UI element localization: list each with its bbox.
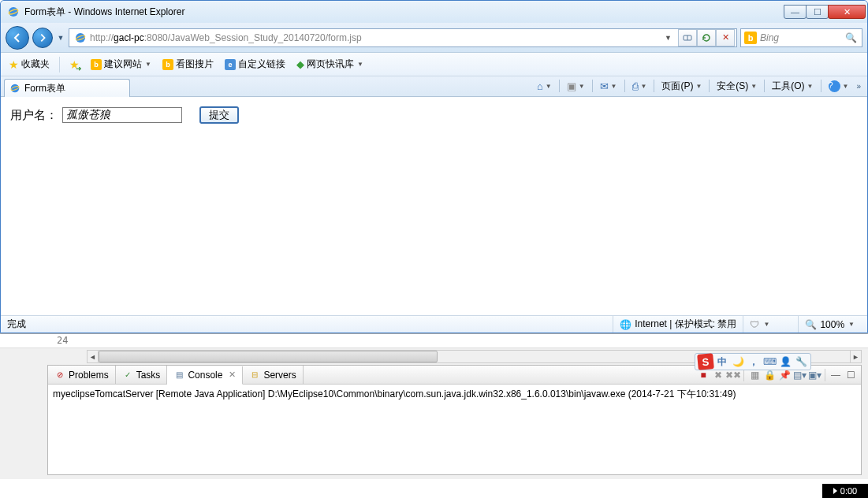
tab-title: Form表单 <box>24 82 65 95</box>
eclipse-views-panel: ⊘ Problems ✓ Tasks ▤ Console ✕ ⊟ Servers… <box>47 365 862 475</box>
zoom-value: 100% <box>820 319 844 330</box>
status-zone[interactable]: 🌐 Internet | 保护模式: 禁用 <box>613 316 743 333</box>
window-title: Form表单 - Windows Internet Explorer <box>24 6 184 19</box>
tasks-icon: ✓ <box>122 370 133 381</box>
minimize-view-button[interactable]: — <box>829 368 843 382</box>
scroll-right-arrow[interactable]: ► <box>850 351 861 362</box>
refresh-button[interactable] <box>697 29 716 46</box>
favorites-button[interactable]: ★ 收藏夹 <box>6 56 53 72</box>
zone-text: Internet | 保护模式: 禁用 <box>635 318 736 331</box>
ime-softkbd-icon[interactable]: ⌨ <box>762 355 777 369</box>
mail-button[interactable]: ✉▼ <box>597 78 620 94</box>
tab-servers[interactable]: ⊟ Servers <box>243 366 303 384</box>
fav-label: 建议网站 <box>104 58 142 71</box>
nav-history-dropdown[interactable]: ▼ <box>56 34 65 42</box>
fav-label: 网页快讯库 <box>307 58 354 71</box>
ime-settings-icon[interactable]: 🔧 <box>794 355 808 369</box>
ime-moon-icon[interactable]: 🌙 <box>731 355 745 369</box>
servers-icon: ⊟ <box>249 370 260 381</box>
home-icon: ⌂ <box>537 80 543 92</box>
zoom-control[interactable]: 🔍 100% ▼ <box>798 316 861 333</box>
fav-label: 自定义链接 <box>238 58 285 71</box>
fav-link-suggested[interactable]: b 建议网站 ▼ <box>88 56 155 72</box>
titlebar[interactable]: Form表单 - Windows Internet Explorer — ☐ ✕ <box>1 1 867 23</box>
tab-problems[interactable]: ⊘ Problems <box>48 366 116 384</box>
safety-menu-label: 安全(S) <box>717 80 748 93</box>
window-controls: — ☐ ✕ <box>784 5 866 19</box>
search-button[interactable]: 🔍 <box>843 32 859 43</box>
timer-value: 0:00 <box>840 486 857 496</box>
fav-label: 看图搜片 <box>176 58 214 71</box>
tab-label: Console <box>188 370 222 381</box>
fav-link-custom[interactable]: e 自定义链接 <box>222 56 289 72</box>
separator <box>59 57 60 72</box>
favorites-label: 收藏夹 <box>21 58 50 71</box>
favorites-bar: ★ 收藏夹 ★➜ b 建议网站 ▼ b 看图搜片 e 自定义链接 ◆ 网页快讯库… <box>1 53 867 76</box>
maximize-button[interactable]: ☐ <box>806 5 829 19</box>
page-menu[interactable]: 页面(P)▼ <box>658 78 705 94</box>
ie-small-icon: e <box>225 59 236 70</box>
site-icon: b <box>91 59 102 70</box>
address-text[interactable]: http://gacl-pc:8080/JavaWeb_Session_Stud… <box>90 32 661 43</box>
tab-label: Servers <box>263 370 296 381</box>
home-button[interactable]: ⌂▼ <box>534 78 555 94</box>
tools-menu[interactable]: 工具(O)▼ <box>769 78 816 94</box>
ie-small-icon <box>9 83 20 94</box>
print-button[interactable]: ⎙▼ <box>629 78 650 94</box>
page-content: 用户名： 提交 <box>1 97 867 300</box>
webslice-icon: ◆ <box>296 58 304 70</box>
minimize-button[interactable]: — <box>784 5 807 19</box>
fav-link-image-search[interactable]: b 看图搜片 <box>159 56 217 72</box>
safety-menu[interactable]: 安全(S)▼ <box>713 78 760 94</box>
help-button[interactable]: ?▼ <box>825 78 852 94</box>
maximize-view-button[interactable]: ☐ <box>844 368 858 382</box>
page-icon <box>74 32 87 44</box>
address-bar[interactable]: http://gacl-pc:8080/JavaWeb_Session_Stud… <box>69 28 737 47</box>
search-box[interactable]: b Bing 🔍 <box>740 28 862 47</box>
status-bar: 完成 🌐 Internet | 保护模式: 禁用 🛡▼ 🔍 100% ▼ <box>1 315 867 333</box>
close-button[interactable]: ✕ <box>828 5 866 19</box>
chevron-down-icon: ▼ <box>357 61 363 68</box>
ime-user-icon[interactable]: 👤 <box>778 355 792 369</box>
ime-toolbar[interactable]: S 中 🌙 ， ⌨ 👤 🔧 <box>695 353 811 370</box>
tools-menu-label: 工具(O) <box>772 80 804 93</box>
back-button[interactable] <box>6 26 29 50</box>
username-input[interactable] <box>62 107 182 123</box>
forward-button[interactable] <box>32 28 53 48</box>
expand-toolbar[interactable]: » <box>853 82 864 91</box>
search-placeholder: Bing <box>760 32 843 43</box>
compat-view-button[interactable] <box>678 29 697 46</box>
stop-button[interactable]: ✕ <box>716 29 735 46</box>
editor-ruler: 24 <box>0 334 868 348</box>
shield-off-icon: 🛡 <box>750 319 759 330</box>
add-favorite-button[interactable]: ★➜ <box>66 57 83 72</box>
print-icon: ⎙ <box>632 80 639 92</box>
tab-bar: Form表单 ⌂▼ ▣▼ ✉▼ ⎙▼ 页面(P)▼ 安全(S)▼ 工具(O)▼ … <box>1 76 867 97</box>
help-icon: ? <box>829 80 840 92</box>
sogou-icon[interactable]: S <box>697 353 714 370</box>
feeds-button[interactable]: ▣▼ <box>564 78 588 94</box>
address-dropdown[interactable]: ▼ <box>661 34 675 42</box>
site-icon: b <box>162 59 173 70</box>
tab-label: Tasks <box>136 370 161 381</box>
tab-console[interactable]: ▤ Console ✕ <box>167 366 243 385</box>
navigation-bar: ▼ http://gacl-pc:8080/JavaWeb_Session_St… <box>1 23 867 53</box>
scroll-thumb[interactable] <box>99 351 438 362</box>
form-row: 用户名： 提交 <box>10 106 858 124</box>
protected-mode-toggle[interactable]: 🛡▼ <box>743 316 798 333</box>
browser-tab[interactable]: Form表单 <box>4 79 130 97</box>
ime-punct-toggle[interactable]: ， <box>747 355 761 369</box>
recording-timer[interactable]: 0:00 <box>822 484 868 498</box>
scroll-left-arrow[interactable]: ◄ <box>88 351 99 362</box>
line-number: 24 <box>57 335 68 346</box>
bing-icon: b <box>744 32 757 44</box>
ime-lang-toggle[interactable]: 中 <box>715 355 729 369</box>
problems-icon: ⊘ <box>54 370 65 381</box>
ie-window: Form表单 - Windows Internet Explorer — ☐ ✕… <box>0 0 868 333</box>
play-icon <box>833 488 837 494</box>
tab-tasks[interactable]: ✓ Tasks <box>116 366 168 384</box>
url-port: :8080 <box>144 32 168 43</box>
fav-link-webslices[interactable]: ◆ 网页快讯库 ▼ <box>293 56 367 72</box>
tab-close-icon[interactable]: ✕ <box>229 370 236 380</box>
submit-button[interactable]: 提交 <box>199 106 239 124</box>
